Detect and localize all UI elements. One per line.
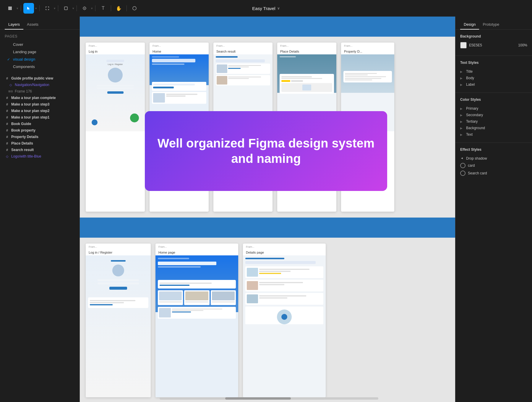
page-landing[interactable]: Landing page [5,48,75,56]
layer-label-8: Book property [11,128,35,132]
layer-guide-profile[interactable]: # Guide profile public view [0,75,80,82]
style-label-item[interactable]: ▶ Label [460,81,527,88]
style-arrow-title: ▶ [460,70,464,73]
color-tertiary[interactable]: ▶ Tertiary [460,118,527,125]
layer-label-4: Make a tour plan step3 [11,102,49,106]
effect-search-card[interactable]: Search card [460,169,527,177]
toolbar-tools: ▾ ▾ ▾ ▾ ▾ T ✋ [5,3,140,14]
frame-card-login[interactable]: Fram... Log in Log in / Register [86,43,145,212]
frame-header-b1: Fram... [155,244,238,250]
page-label-visual: visual design [13,57,35,61]
frame-header-login: Fram... [86,43,145,49]
svg-point-6 [133,7,136,10]
effect-styles-section: Effect Styles ▼ Drop shadow card Search … [455,143,532,182]
tab-assets[interactable]: Assets [23,20,42,30]
layer-logo-blue[interactable]: ◇ Logo/with title-Blue [0,153,80,160]
frame-sublabel-property: Property D... [341,49,394,54]
frame-sublabel-b0: Log in / Register [86,250,151,255]
frame-image-b1 [155,255,238,397]
effect-drop-shadow[interactable]: ▼ Drop shadow [460,155,527,162]
mini-circle-login [130,114,139,122]
text-styles-section: Text Styles ▶ Title ▶ Body ▶ Label [455,56,532,93]
color-label-secondary: Secondary [466,113,483,117]
page-visual[interactable]: ✓ visual design [5,56,75,63]
layer-book-property[interactable]: # Book property [0,127,80,134]
frame-card-bottom-search[interactable]: Fram... Details page [243,244,326,397]
layer-tour-complete[interactable]: # Make a tour plan complete [0,95,80,101]
style-title[interactable]: ▶ Title [460,68,527,75]
app-title-button[interactable]: Easy Travel ∨ [252,6,280,11]
background-swatch[interactable] [460,42,467,48]
color-label-background: Background [466,126,485,130]
mini-person-login [92,119,98,125]
layer-property-details[interactable]: # Property Details [0,134,80,140]
background-title: Background [460,34,527,38]
svg-rect-1 [10,7,12,8]
frame-sublabel-place: Place Details [277,49,336,54]
canvas-area[interactable]: Fram... Log in Log in / Register [80,17,455,402]
toolbar-center: Easy Travel ∨ [252,6,280,11]
layer-label-10: Place Details [11,141,33,145]
tab-layers[interactable]: Layers [5,20,23,30]
canvas-scrollbar[interactable] [160,397,378,400]
pages-title: Pages [5,34,75,38]
svg-rect-0 [8,7,10,8]
style-label-label: Label [466,82,475,87]
color-text[interactable]: ▶ Text [460,131,527,138]
layer-navigation[interactable]: ◇ Navigation/Navigation [0,82,80,88]
tool-figma[interactable] [5,3,15,14]
page-components[interactable]: Components [5,63,75,70]
frame-header-place: Fram... [277,43,336,49]
frame-sublabel-b1: Home page [155,250,238,255]
layer-tour-step3[interactable]: # Make a tour plan step3 [0,101,80,108]
layer-search-result[interactable]: # Search result [0,147,80,153]
color-secondary[interactable]: ▶ Secondary [460,112,527,118]
effect-label-card: card [468,163,475,168]
app-title-dropdown-icon: ∨ [277,6,280,10]
tool-comment[interactable] [129,3,140,14]
frame-header-b0: Fram... [86,244,151,250]
color-styles-section: Color Styles ▶ Primary ▶ Secondary ▶ Ter… [455,93,532,143]
tab-prototype[interactable]: Prototype [479,20,503,30]
style-arrow-label: ▶ [460,83,464,86]
svg-rect-3 [10,8,12,10]
layer-frame176[interactable]: ⊞⊟ Frame 176 [0,88,80,95]
layer-label-7: Book Guide [11,122,31,126]
frame-image-login: Log in / Register [86,54,145,131]
layer-book-guide[interactable]: # Book Guide [0,121,80,127]
frame-header-b2: Fram... [243,244,326,250]
color-primary[interactable]: ▶ Primary [460,105,527,112]
frame-card-bottom-home[interactable]: Fram... Home page [155,244,238,397]
text-styles-title: Text Styles [460,61,527,65]
canvas-scrollbar-thumb[interactable] [225,397,291,400]
layer-place-details[interactable]: # Place Details [0,140,80,147]
frame-header-property: Fram... [341,43,394,49]
pages-section: Pages Cover Landing page ✓ visual design… [0,30,80,73]
page-label-components: Components [13,64,35,69]
hash-icon-3: # [5,96,9,100]
layer-tour-step1[interactable]: # Make a tour plan step1 [0,114,80,121]
modal-overlay: Well organized Figma design system and n… [145,111,387,191]
frames-row-bottom: Fram... Log in / Register [80,238,455,402]
layer-tour-step2[interactable]: # Make a tour plan step2 [0,108,80,114]
layer-label-2: Frame 176 [15,89,32,93]
tool-hand[interactable]: ✋ [113,3,124,14]
tool-pen[interactable] [79,3,90,14]
frame-header-search: Fram... [213,43,273,49]
hash-icon-11: # [5,148,9,152]
tool-frame[interactable] [42,3,53,14]
page-cover[interactable]: Cover [5,41,75,48]
tab-design[interactable]: Design [460,20,479,30]
style-body[interactable]: ▶ Body [460,75,527,81]
hash-icon-4: # [5,103,9,106]
background-opacity-value[interactable]: 100% [518,43,527,47]
frame-card-bottom-login[interactable]: Fram... Log in / Register [86,244,151,397]
hash-icon-5: # [5,109,9,113]
tool-shape[interactable] [61,3,71,14]
color-arrow-text: ▶ [460,133,464,136]
background-color-value[interactable]: E5E5E5 [469,43,518,47]
effect-card[interactable]: card [460,162,527,169]
tool-select[interactable] [23,3,34,14]
color-background[interactable]: ▶ Background [460,125,527,131]
tool-text[interactable]: T [98,3,108,14]
